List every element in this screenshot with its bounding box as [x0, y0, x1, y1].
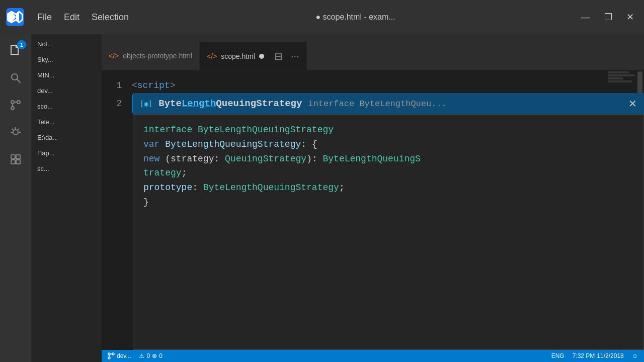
svg-rect-11	[16, 160, 20, 164]
autocomplete-header[interactable]: [◉] ByteLengthQueuingStrategy interface …	[133, 93, 644, 114]
svg-line-3	[17, 79, 20, 82]
autocomplete-name: ByteLengthQueuingStrategy	[158, 98, 302, 109]
files-badge: 1	[17, 40, 26, 49]
status-bar: dev... ⚠ 0 ⊗ 0 ENG 7:32 PM 11/2/2018 ☺	[102, 350, 644, 362]
autocomplete-body: interface ByteLengthQueuingStrategy var …	[133, 114, 644, 350]
tab-label-objects: objects-prototype.html	[123, 52, 192, 60]
autocomplete-name-prefix: Byte	[158, 98, 182, 109]
autocomplete-close-button[interactable]: ✕	[628, 98, 637, 110]
sidebar-item-7[interactable]: Пар...	[31, 145, 102, 161]
ac-body-line-6: }	[143, 195, 633, 210]
tab-scope[interactable]: </> scope.html ⊟ ···	[200, 42, 307, 70]
code-tag-close: >	[170, 76, 176, 95]
title-bar: File Edit Selection ● scope.html - exam.…	[0, 0, 644, 34]
maximize-button[interactable]: ❐	[600, 10, 616, 25]
tab-more-icon[interactable]: ···	[291, 50, 299, 62]
window-controls: — ❐ ✕	[577, 10, 638, 25]
tab-icon-scope: </>	[207, 52, 217, 60]
autocomplete-name-suffix: QueuingStrategy	[216, 98, 302, 109]
status-errors[interactable]: ⚠ 0 ⊗ 0	[139, 352, 162, 359]
sidebar-item-2[interactable]: MIN...	[31, 67, 102, 83]
line-num-1: 1	[102, 76, 122, 95]
errors-count: 0	[146, 352, 150, 359]
sidebar-item-6[interactable]: E:\da...	[31, 130, 102, 145]
main-layout: 1	[0, 34, 644, 362]
sidebar-item-5[interactable]: Tele...	[31, 114, 102, 130]
activity-files[interactable]: 1	[3, 38, 28, 63]
sidebar-item-8[interactable]: sc...	[31, 161, 102, 176]
sidebar-item-3[interactable]: dev...	[31, 83, 102, 99]
tab-label-scope: scope.html	[221, 52, 255, 60]
ac-body-line-2: var ByteLengthQueuingStrategy: {	[143, 137, 633, 152]
line-num-2: 2	[102, 95, 122, 113]
menu-edit[interactable]: Edit	[59, 10, 85, 25]
tab-split-icon[interactable]: ⊟	[274, 50, 283, 62]
warnings-count: 0	[159, 352, 163, 359]
autocomplete-detail: interface ByteLengthQueu...	[308, 99, 622, 109]
activity-extensions[interactable]	[3, 147, 28, 172]
minimize-button[interactable]: —	[577, 10, 594, 25]
svg-rect-9	[16, 155, 20, 159]
svg-point-6	[11, 101, 14, 104]
status-git-branch[interactable]: dev...	[108, 352, 131, 359]
activity-search[interactable]	[3, 65, 28, 90]
tab-bar: </> objects-prototype.html </> scope.htm…	[102, 34, 644, 70]
svg-rect-8	[11, 155, 15, 159]
menu-file[interactable]: File	[32, 10, 57, 25]
status-language[interactable]: ENG	[551, 352, 565, 359]
activity-bar: 1	[0, 34, 31, 362]
code-line-1: <script>	[132, 76, 606, 95]
tab-objects-prototype[interactable]: </> objects-prototype.html	[102, 42, 200, 70]
ac-body-line-3: new (strategy: QueuingStrategy): ByteLen…	[143, 152, 633, 166]
svg-point-5	[17, 101, 20, 104]
ac-body-line-1: interface ByteLengthQueuingStrategy	[143, 123, 633, 137]
window-title: ● scope.html - exam...	[142, 13, 569, 22]
line-numbers: 1 2	[102, 70, 128, 350]
autocomplete-popup: [◉] ByteLengthQueuingStrategy interface …	[133, 70, 644, 350]
tab-icon-objects: </>	[109, 52, 119, 60]
git-branch-icon	[108, 352, 115, 359]
status-datetime: 7:32 PM 11/2/2018	[573, 352, 624, 359]
status-feedback[interactable]: ☺	[632, 352, 638, 359]
close-button[interactable]: ✕	[622, 10, 638, 25]
ac-body-line-5: prototype: ByteLengthQueuingStrategy;	[143, 180, 633, 195]
sidebar-item-4[interactable]: sco...	[31, 99, 102, 114]
status-time: 7:32 PM	[573, 352, 595, 359]
activity-debug[interactable]	[3, 120, 28, 145]
autocomplete-type-icon: [◉]	[140, 100, 152, 108]
menu-selection[interactable]: Selection	[87, 10, 134, 25]
svg-point-4	[11, 107, 14, 110]
sidebar-item-1[interactable]: Sky...	[31, 52, 102, 67]
activity-git[interactable]	[3, 93, 28, 118]
sidebar: Not... Sky... MIN... dev... sco... Tele.…	[31, 34, 102, 362]
status-date: 11/2/2018	[597, 352, 623, 359]
sidebar-item-0[interactable]: Not...	[31, 36, 102, 52]
vscode-logo	[6, 8, 24, 26]
svg-rect-10	[11, 160, 15, 164]
code-script-tag: script	[137, 76, 170, 95]
svg-point-13	[112, 353, 114, 355]
editor-area: </> objects-prototype.html </> scope.htm…	[102, 34, 644, 362]
editor-content: 1 2 <script> lety a = 10;	[102, 70, 644, 350]
code-tag-open: <	[132, 76, 137, 95]
ac-body-line-4: trategy;	[143, 166, 633, 180]
menu-bar: File Edit Selection	[32, 10, 134, 25]
git-branch-label: dev...	[117, 352, 131, 359]
autocomplete-name-highlight: Length	[182, 98, 216, 109]
tab-dirty-indicator	[259, 54, 264, 59]
svg-point-14	[108, 353, 110, 355]
svg-point-12	[108, 357, 110, 359]
